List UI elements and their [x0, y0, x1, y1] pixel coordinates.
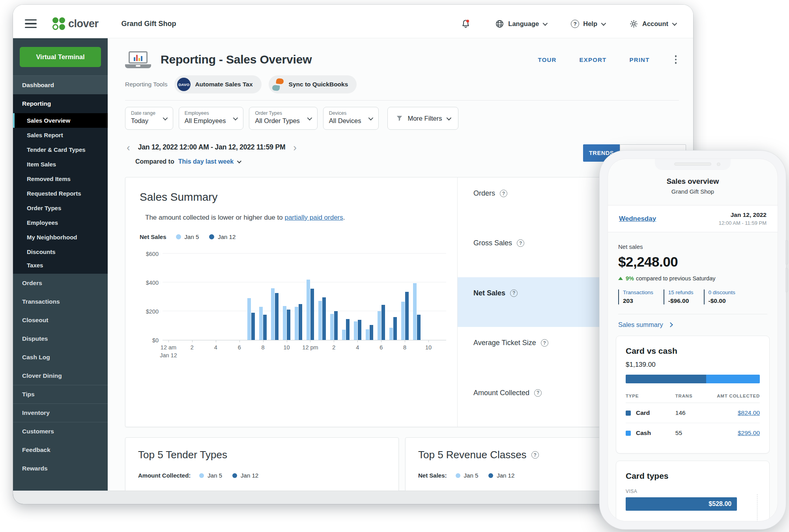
virtual-terminal-button[interactable]: Virtual Terminal: [20, 47, 101, 67]
chevron-down-icon: [237, 159, 241, 163]
y-axis-tick-label: $0: [140, 337, 159, 343]
col-amt: AMT COLLECTED: [710, 394, 760, 398]
chart-bar-group: [318, 297, 326, 340]
sales-summary-link[interactable]: Sales summary: [618, 321, 767, 329]
sidebar-item-taxes[interactable]: Taxes: [13, 259, 108, 274]
filter-value: Today: [131, 117, 155, 125]
chart-bar-jan12: [370, 325, 373, 340]
chevron-down-icon: [233, 116, 238, 121]
cash-swatch-icon: [626, 431, 631, 436]
phone-camera-icon: [717, 162, 720, 166]
chart-bar-jan12: [393, 317, 397, 340]
funnel-icon: [396, 115, 403, 122]
x-axis-tickmark: [357, 340, 358, 342]
sidebar-item-reporting[interactable]: Reporting: [13, 94, 108, 113]
next-day-chevron-icon[interactable]: ›: [292, 144, 298, 151]
row-amount-link[interactable]: $295.00: [710, 429, 760, 437]
sidebar-item-closeout[interactable]: Closeout: [13, 311, 108, 329]
sync-quickbooks-pill[interactable]: Sync to QuickBooks: [269, 75, 357, 93]
page-header: Reporting - Sales Overview TOUR EXPORT P…: [125, 49, 679, 71]
previous-day-chevron-icon[interactable]: ‹: [125, 144, 132, 151]
sidebar-item-feedback[interactable]: Feedback: [13, 441, 108, 459]
phone-content: Sales overview Grand Gift Shop Wednesday…: [608, 159, 778, 521]
sidebar-item-transactions[interactable]: Transactions: [13, 292, 108, 311]
row-type: Cash: [636, 429, 651, 437]
chart-bar-jan12: [251, 313, 255, 340]
sidebar-item-removed-items[interactable]: Removed Items: [13, 172, 108, 186]
sidebar-item-customers[interactable]: Customers: [13, 422, 108, 441]
reporting-tools-row: Reporting Tools DAVO Automate Sales Tax …: [125, 75, 679, 93]
sidebar-item-disputes[interactable]: Disputes: [13, 329, 108, 348]
legend-item-jan5: Jan 5: [176, 233, 199, 240]
help-circle-icon[interactable]: [500, 190, 507, 197]
date-range-filter[interactable]: Date range Today: [125, 107, 173, 130]
account-menu[interactable]: Account: [629, 19, 676, 28]
sidebar-item-employees[interactable]: Employees: [13, 215, 108, 230]
row-trans: 146: [675, 409, 710, 416]
order-types-filter[interactable]: Order Types All Order Types: [249, 107, 317, 130]
chart-bar-jan12: [417, 315, 421, 340]
metric-label: Gross Sales: [473, 239, 512, 247]
stat-label: 0 discounts: [709, 289, 735, 295]
devices-filter[interactable]: Devices All Devices: [323, 107, 379, 130]
chart-bar-group: [389, 317, 397, 340]
sidebar-item-cash-log[interactable]: Cash Log: [13, 348, 108, 366]
chart-gridline: [163, 253, 446, 254]
note-prefix: The amount collected is lower or higher …: [145, 214, 284, 221]
help-circle-icon[interactable]: [510, 289, 518, 297]
x-axis-tick-label: 8: [403, 344, 406, 351]
compared-to-label: Compared to: [135, 158, 174, 165]
help-circle-icon[interactable]: [534, 389, 542, 397]
sidebar-item-clover-dining[interactable]: Clover Dining: [13, 366, 108, 385]
stat-discounts: 0 discounts -$0.00: [704, 289, 735, 304]
phone-title: Sales overview: [618, 177, 767, 186]
x-axis-tick-label: 6: [380, 344, 383, 351]
help-circle-icon[interactable]: [531, 451, 539, 459]
help-circle-icon[interactable]: [541, 339, 548, 347]
filter-value: All Order Types: [255, 117, 299, 125]
bell-icon[interactable]: [461, 19, 471, 29]
x-axis-tick-label: 12 pm: [302, 344, 318, 351]
compared-to-selector[interactable]: This day last week: [178, 158, 241, 165]
chart-bar-jan5: [401, 302, 405, 340]
kebab-menu-icon[interactable]: [673, 54, 679, 65]
sidebar-item-sales-overview[interactable]: Sales Overview: [13, 113, 108, 128]
more-filters-button[interactable]: More Filters: [387, 107, 458, 130]
partially-paid-orders-link[interactable]: partially paid orders: [284, 214, 343, 221]
language-menu[interactable]: Language: [495, 19, 546, 28]
help-circle-icon[interactable]: [517, 239, 524, 247]
sidebar-item-rewards[interactable]: Rewards: [13, 459, 108, 478]
sidebar-item-order-types[interactable]: Order Types: [13, 201, 108, 215]
chart-bar-jan12: [299, 304, 302, 340]
chart-bar-jan5: [307, 280, 310, 340]
row-amount-link[interactable]: $824.00: [710, 409, 760, 416]
automate-sales-tax-pill[interactable]: DAVO Automate Sales Tax: [174, 75, 261, 93]
sidebar-item-requested-reports[interactable]: Requested Reports: [13, 186, 108, 201]
sidebar-item-dashboard[interactable]: Dashboard: [13, 76, 108, 94]
cvc-stacked-bar: [626, 375, 760, 383]
tour-button[interactable]: TOUR: [538, 56, 557, 63]
chart-bar-jan5: [342, 330, 346, 340]
clover-logo[interactable]: clover: [52, 17, 99, 30]
clover-logo-icon: [52, 17, 65, 30]
sidebar-item-my-neighborhood[interactable]: My Neighborhood: [13, 230, 108, 245]
employees-filter[interactable]: Employees All Employees: [179, 107, 244, 130]
chart-gridline: [163, 282, 446, 282]
sidebar-item-tips[interactable]: Tips: [13, 385, 108, 403]
chart-legend: Net Sales Jan 5 Jan 12: [140, 233, 453, 240]
visa-bar-row: $528.00: [626, 497, 760, 511]
print-button[interactable]: PRINT: [630, 56, 650, 63]
sidebar-item-sales-report[interactable]: Sales Report: [13, 128, 108, 142]
gear-icon: [629, 19, 638, 28]
day-link[interactable]: Wednesday: [619, 215, 656, 223]
sidebar-item-item-sales[interactable]: Item Sales: [13, 157, 108, 172]
card-vs-cash-title: Card vs cash: [626, 346, 760, 356]
x-axis-tick-label: 2: [191, 344, 194, 351]
sidebar-item-tender-card-types[interactable]: Tender & Card Types: [13, 142, 108, 157]
hamburger-icon[interactable]: [25, 19, 37, 28]
sidebar-item-orders[interactable]: Orders: [13, 274, 108, 292]
sidebar-item-discounts[interactable]: Discounts: [13, 245, 108, 259]
help-menu[interactable]: Help: [571, 20, 605, 28]
export-button[interactable]: EXPORT: [580, 56, 607, 63]
sidebar-item-inventory[interactable]: Inventory: [13, 403, 108, 422]
